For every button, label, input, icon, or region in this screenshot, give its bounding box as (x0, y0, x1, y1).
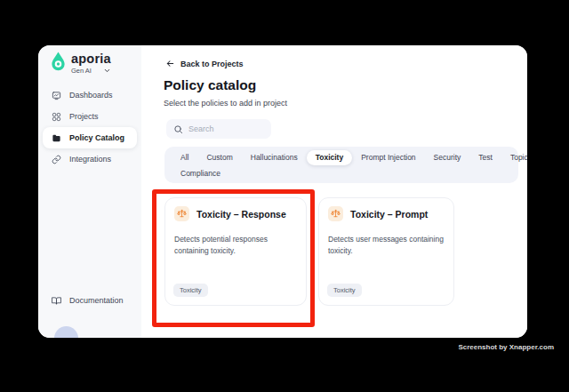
tab-security[interactable]: Security (425, 150, 470, 165)
sidebar-item-dashboards[interactable]: Dashboards (43, 84, 137, 106)
link-icon (52, 155, 61, 164)
sidebar-item-label: Projects (69, 112, 99, 121)
policy-card-toxicity-response[interactable]: Toxicity – Response Detects potential re… (164, 197, 307, 306)
sidebar-item-label: Policy Catalog (69, 133, 124, 142)
tab-prompt-injection[interactable]: Prompt Injection (352, 150, 424, 165)
workspace-switcher[interactable]: aporia Gen AI (50, 51, 111, 75)
sidebar-nav: Dashboards Projects Policy Catalog (43, 84, 137, 170)
card-tag: Toxicity (327, 284, 362, 297)
main-content: Back to Projects Policy catalog Select t… (141, 45, 527, 338)
sidebar-item-projects[interactable]: Projects (43, 106, 137, 127)
tab-topics[interactable]: Topics (501, 150, 527, 165)
dashboards-icon (52, 91, 61, 100)
workspace-label: Gen AI (71, 67, 92, 75)
sidebar-item-documentation[interactable]: Documentation (43, 290, 137, 311)
xnapper-watermark: Screenshot by Xnapper.com (458, 343, 554, 351)
sidebar: aporia Gen AI Dashboards (38, 45, 141, 338)
policy-filter-tabs: All Custom Hallucinations Toxicity Promp… (164, 147, 518, 183)
search-box (166, 119, 271, 139)
user-avatar[interactable] (54, 326, 78, 338)
sidebar-item-policy-catalog[interactable]: Policy Catalog (43, 127, 137, 148)
page-title: Policy catalog (164, 77, 256, 93)
policy-card-toxicity-prompt[interactable]: Toxicity – Prompt Detects user messages … (318, 197, 454, 306)
tab-test[interactable]: Test (469, 150, 501, 165)
back-to-projects-link[interactable]: Back to Projects (165, 59, 244, 68)
app-window: aporia Gen AI Dashboards (38, 45, 527, 338)
sidebar-item-label: Dashboards (69, 91, 113, 100)
sidebar-item-label: Integrations (69, 155, 111, 164)
book-icon (52, 296, 61, 306)
projects-icon (52, 112, 61, 122)
card-tag: Toxicity (173, 284, 208, 297)
tab-all[interactable]: All (172, 150, 197, 165)
card-description: Detects user messages containing toxicit… (328, 234, 445, 257)
tab-toxicity[interactable]: Toxicity (307, 150, 353, 165)
page-subtitle: Select the policies to add in project (164, 99, 287, 108)
sidebar-item-label: Documentation (69, 296, 124, 305)
logo-wordmark: aporia (71, 52, 111, 65)
search-input[interactable] (188, 124, 264, 133)
card-title: Toxicity – Response (196, 209, 286, 220)
back-arrow-icon (165, 59, 175, 68)
card-description: Detects potential responses containing t… (174, 234, 297, 257)
card-title: Toxicity – Prompt (350, 209, 428, 220)
tab-compliance[interactable]: Compliance (172, 166, 229, 181)
aporia-logo-icon (50, 51, 67, 71)
folder-icon (52, 133, 61, 143)
chevron-down-icon (103, 67, 111, 75)
scales-icon (174, 206, 189, 221)
tab-hallucinations[interactable]: Hallucinations (242, 150, 307, 165)
scales-icon (328, 206, 343, 221)
sidebar-item-integrations[interactable]: Integrations (43, 148, 137, 170)
back-link-label: Back to Projects (180, 60, 244, 68)
search-icon (173, 124, 183, 134)
tab-custom[interactable]: Custom (197, 150, 241, 165)
